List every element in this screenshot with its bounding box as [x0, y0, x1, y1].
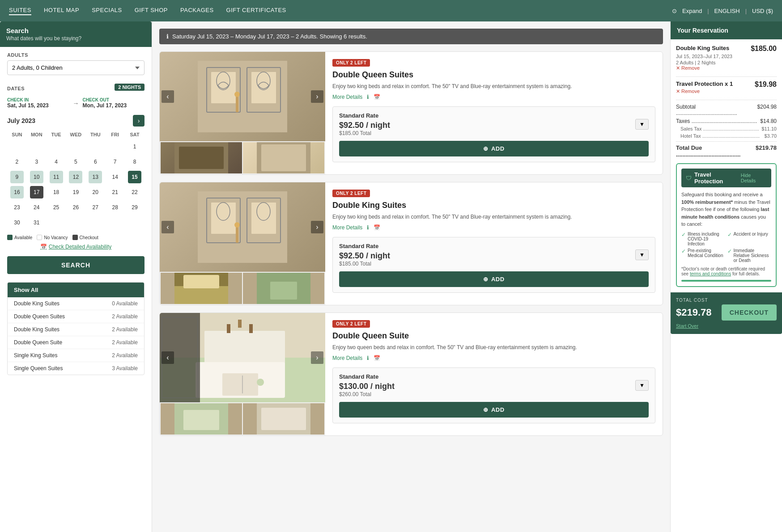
nav-suites[interactable]: SUITES — [9, 7, 31, 15]
check-availability-link[interactable]: 📅 Check Detailed Availability — [7, 244, 144, 250]
cal-day-cell[interactable]: 18 — [47, 185, 66, 200]
nav-gift-shop[interactable]: GIFT SHOP — [135, 7, 168, 15]
res-item-1-remove[interactable]: ✕ Remove — [676, 65, 777, 71]
expand-label[interactable]: Expand — [682, 8, 702, 14]
cal-day-cell[interactable]: 3 — [27, 154, 47, 169]
cal-day[interactable]: 10 — [30, 171, 43, 183]
cal-day[interactable]: 27 — [89, 201, 102, 214]
filter-item-5[interactable]: Single Queen Suites 3 Available — [8, 362, 144, 375]
cal-day[interactable]: 9 — [10, 171, 24, 183]
cal-day-cell[interactable]: 7 — [105, 154, 125, 169]
adults-select[interactable]: 2 Adults, 0 Children — [7, 60, 144, 75]
cal-day[interactable]: 30 — [10, 216, 24, 229]
cal-day-cell[interactable]: 8 — [125, 154, 144, 169]
cal-day[interactable]: 3 — [30, 156, 43, 168]
more-details-link-1[interactable]: More Details — [332, 224, 362, 231]
cal-day-cell[interactable]: 28 — [105, 200, 125, 215]
cal-day[interactable]: 15 — [128, 171, 141, 183]
more-details-link-0[interactable]: More Details — [332, 94, 362, 100]
card-next-0[interactable]: › — [311, 90, 323, 103]
search-button[interactable]: SEARCH — [7, 256, 144, 274]
cal-day-cell[interactable]: 30 — [7, 215, 27, 230]
rate-dropdown-2[interactable]: ▼ — [635, 380, 649, 391]
cal-day-cell[interactable]: 31 — [27, 215, 47, 230]
cal-day-cell[interactable]: 19 — [66, 185, 86, 200]
language-selector[interactable]: ENGLISH — [714, 8, 740, 14]
cal-day[interactable]: 21 — [108, 186, 122, 198]
cal-day[interactable]: 17 — [30, 186, 43, 198]
filter-item-3[interactable]: Double Queen Suite 2 Available — [8, 336, 144, 349]
rate-dropdown-0[interactable]: ▼ — [635, 119, 649, 130]
cal-day-cell[interactable]: 22 — [125, 185, 144, 200]
cal-day-cell[interactable]: 14 — [105, 169, 125, 185]
cal-day-cell[interactable]: 2 — [7, 154, 27, 169]
filter-item-4[interactable]: Single King Suites 2 Available — [8, 349, 144, 362]
filter-show-all[interactable]: Show All — [8, 283, 144, 297]
cal-day[interactable]: 13 — [89, 171, 102, 183]
cal-day[interactable]: 25 — [50, 201, 63, 214]
start-over-link[interactable]: Start Over — [676, 323, 777, 329]
more-details-link-2[interactable]: More Details — [332, 355, 362, 361]
tp-hide-button[interactable]: Hide Details — [741, 173, 767, 183]
cal-day[interactable]: 11 — [50, 171, 63, 183]
cal-day[interactable]: 23 — [10, 201, 24, 214]
tp-terms-link[interactable]: terms and conditions — [690, 271, 731, 276]
nav-packages[interactable]: PACKAGES — [180, 7, 214, 15]
nav-hotel-map[interactable]: HOTEL MAP — [44, 7, 79, 15]
card-prev-1[interactable]: ‹ — [162, 221, 174, 233]
res-item-2-remove[interactable]: ✕ Remove — [676, 89, 777, 94]
filter-item-1[interactable]: Double Queen Suites 2 Available — [8, 310, 144, 323]
currency-selector[interactable]: USD ($) — [752, 8, 773, 14]
card-prev-0[interactable]: ‹ — [162, 90, 174, 103]
cal-day-cell[interactable]: 27 — [85, 200, 105, 215]
filter-item-0[interactable]: Double King Suites 0 Available — [8, 297, 144, 310]
cal-day-cell[interactable]: 10 — [27, 169, 47, 185]
cal-day[interactable]: 8 — [128, 156, 141, 168]
cal-day-cell[interactable]: 26 — [66, 200, 86, 215]
cal-day-cell[interactable]: 16 — [7, 185, 27, 200]
cal-day[interactable]: 2 — [10, 156, 24, 168]
cal-day-cell[interactable]: 17 — [27, 185, 47, 200]
cal-day-cell[interactable]: 1 — [125, 139, 144, 154]
add-button-0[interactable]: ⊕ ADD — [339, 141, 649, 156]
cal-day[interactable]: 28 — [108, 201, 122, 214]
cal-day[interactable]: 31 — [30, 216, 43, 229]
card-next-1[interactable]: › — [311, 221, 323, 233]
cal-day-cell[interactable]: 4 — [47, 154, 66, 169]
add-button-2[interactable]: ⊕ ADD — [339, 402, 649, 418]
add-button-1[interactable]: ⊕ ADD — [339, 271, 649, 287]
cal-day-cell[interactable]: 24 — [27, 200, 47, 215]
cal-day[interactable]: 12 — [69, 171, 82, 183]
cal-day[interactable]: 26 — [69, 201, 82, 214]
cal-day-cell[interactable]: 6 — [85, 154, 105, 169]
calendar-next-button[interactable]: › — [133, 115, 144, 127]
checkout-button[interactable]: CHECKOUT — [722, 304, 777, 321]
cal-day[interactable]: 7 — [108, 156, 122, 168]
cal-day[interactable]: 29 — [128, 201, 141, 214]
cal-day[interactable]: 14 — [108, 171, 122, 183]
nav-gift-certificates[interactable]: GIFT CERTIFICATES — [226, 7, 286, 15]
cal-day[interactable]: 19 — [69, 186, 82, 198]
rate-dropdown-1[interactable]: ▼ — [635, 249, 649, 260]
cal-day-cell[interactable]: 23 — [7, 200, 27, 215]
cal-day-cell[interactable]: 25 — [47, 200, 66, 215]
card-next-2[interactable]: › — [311, 351, 323, 364]
filter-item-2[interactable]: Double King Suites 2 Available — [8, 323, 144, 336]
cal-day-cell[interactable]: 13 — [85, 169, 105, 185]
cal-day[interactable]: 5 — [69, 156, 82, 168]
cal-day[interactable]: 1 — [128, 140, 141, 153]
cal-day-cell[interactable]: 5 — [66, 154, 86, 169]
cal-day[interactable]: 24 — [30, 201, 43, 214]
cal-day-cell[interactable]: 11 — [47, 169, 66, 185]
cal-day[interactable]: 4 — [50, 156, 63, 168]
cal-day-cell[interactable]: 12 — [66, 169, 86, 185]
cal-day[interactable]: 20 — [89, 186, 102, 198]
cal-day[interactable]: 6 — [89, 156, 102, 168]
nav-specials[interactable]: SPECIALS — [92, 7, 122, 15]
cal-day-cell[interactable]: 29 — [125, 200, 144, 215]
card-prev-2[interactable]: ‹ — [162, 351, 174, 364]
cal-day[interactable]: 22 — [128, 186, 141, 198]
cal-day[interactable]: 16 — [10, 186, 24, 198]
cal-day-cell[interactable]: 20 — [85, 185, 105, 200]
cal-day[interactable]: 18 — [50, 186, 63, 198]
